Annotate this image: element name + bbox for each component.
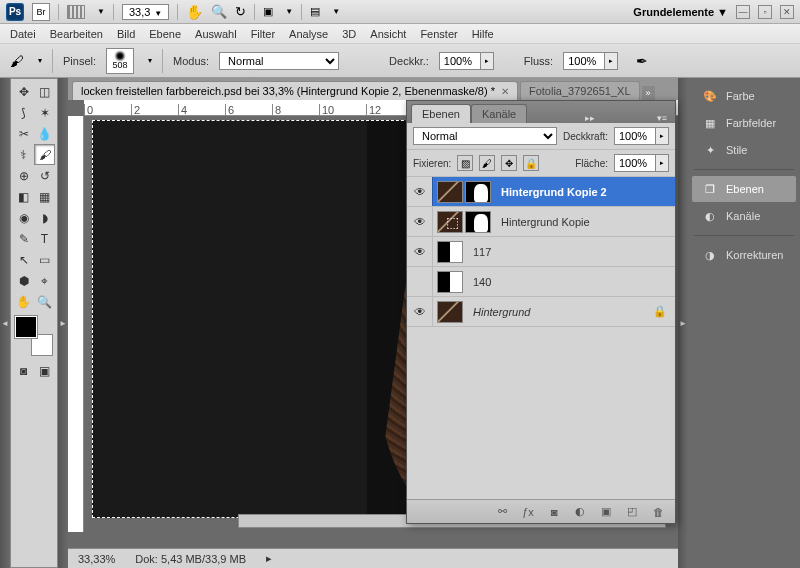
move-tool[interactable]: ✥ <box>13 81 34 102</box>
menu-filter[interactable]: Filter <box>251 28 275 40</box>
visibility-icon[interactable]: 👁 <box>407 207 433 236</box>
history-brush-tool[interactable]: ↺ <box>34 165 55 186</box>
new-adjustment-icon[interactable]: ◐ <box>571 504 589 520</box>
menu-fenster[interactable]: Fenster <box>420 28 457 40</box>
lasso-tool[interactable]: ⟆ <box>13 102 34 123</box>
menu-ebene[interactable]: Ebene <box>149 28 181 40</box>
panel-stile[interactable]: ✦Stile <box>692 137 796 163</box>
history-icon[interactable] <box>67 5 85 19</box>
maximize-button[interactable]: ▫ <box>758 5 772 19</box>
visibility-icon[interactable]: 👁 <box>407 237 433 266</box>
menu-analyse[interactable]: Analyse <box>289 28 328 40</box>
3d-tool[interactable]: ⬢ <box>13 270 34 291</box>
layer-name[interactable]: 117 <box>467 246 491 258</box>
color-swatches[interactable] <box>15 316 53 356</box>
gradient-tool[interactable]: ▦ <box>34 186 55 207</box>
layer-name[interactable]: Hintergrund Kopie <box>495 216 590 228</box>
collapse-bar[interactable]: ► <box>58 78 68 568</box>
stamp-tool[interactable]: ⊕ <box>13 165 34 186</box>
layer-row[interactable]: 140 <box>407 267 675 297</box>
brush-preview[interactable]: 508 <box>106 48 134 74</box>
flow-flyout[interactable]: ▸ <box>604 52 618 70</box>
zoom-tool[interactable]: 🔍 <box>34 291 55 312</box>
document-tab-inactive[interactable]: Fotolia_3792651_XL <box>520 81 640 100</box>
layer-thumbnail[interactable] <box>437 181 463 203</box>
layer-blend-mode-select[interactable]: Normal <box>413 127 557 145</box>
minimize-button[interactable]: — <box>736 5 750 19</box>
tab-overflow-icon[interactable]: » <box>642 86 655 100</box>
quick-select-tool[interactable]: ✶ <box>34 102 55 123</box>
tab-ebenen[interactable]: Ebenen <box>411 104 471 123</box>
zoom-tool-icon[interactable]: 🔍 <box>211 4 227 19</box>
eraser-tool[interactable]: ◧ <box>13 186 34 207</box>
menu-bearbeiten[interactable]: Bearbeiten <box>50 28 103 40</box>
brush-tool-icon[interactable]: 🖌 <box>10 53 24 69</box>
visibility-icon[interactable]: 👁 <box>407 297 433 326</box>
opacity-flyout[interactable]: ▸ <box>480 52 494 70</box>
layers-panel[interactable]: Ebenen Kanäle ▸▸ ▾≡ Normal Deckkraft: ▸ … <box>406 100 676 524</box>
panel-farbfelder[interactable]: ▦Farbfelder <box>692 110 796 136</box>
3d-camera-tool[interactable]: ⌖ <box>34 270 55 291</box>
menu-auswahl[interactable]: Auswahl <box>195 28 237 40</box>
hand-tool[interactable]: ✋ <box>13 291 34 312</box>
panel-korrekturen[interactable]: ◑Korrekturen <box>692 242 796 268</box>
brush-tool[interactable]: 🖌 <box>34 144 55 165</box>
link-layers-icon[interactable]: ⚯ <box>493 504 511 520</box>
status-doc-size[interactable]: Dok: 5,43 MB/33,9 MB <box>135 553 246 565</box>
quick-mask-icon[interactable]: ◙ <box>13 360 34 381</box>
photoshop-icon[interactable]: Ps <box>6 3 24 21</box>
panel-farbe[interactable]: 🎨Farbe <box>692 83 796 109</box>
collapse-right-icon[interactable]: ► <box>678 78 688 568</box>
layer-opacity-input[interactable] <box>614 127 656 145</box>
flow-input[interactable] <box>563 52 605 70</box>
blend-mode-select[interactable]: Normal <box>219 52 339 70</box>
lock-transparency-icon[interactable]: ▨ <box>457 155 473 171</box>
fill-flyout[interactable]: ▸ <box>655 154 669 172</box>
eyedropper-tool[interactable]: 💧 <box>34 123 55 144</box>
dodge-tool[interactable]: ◗ <box>34 207 55 228</box>
hand-tool-icon[interactable]: ✋ <box>186 4 203 20</box>
layer-thumbnail[interactable]: ⬚ <box>437 211 463 233</box>
opacity-input[interactable] <box>439 52 481 70</box>
tab-kanaele[interactable]: Kanäle <box>471 104 527 123</box>
healing-tool[interactable]: ⚕ <box>13 144 34 165</box>
visibility-icon[interactable] <box>407 267 433 296</box>
bridge-icon[interactable]: Br <box>32 3 50 21</box>
layer-fx-icon[interactable]: ƒx <box>519 504 537 520</box>
lock-all-icon[interactable]: 🔒 <box>523 155 539 171</box>
opacity-flyout[interactable]: ▸ <box>655 127 669 145</box>
layer-name[interactable]: 140 <box>467 276 491 288</box>
arrange-docs-icon[interactable]: ▤ <box>310 5 320 18</box>
lock-image-icon[interactable]: 🖌 <box>479 155 495 171</box>
menu-datei[interactable]: Datei <box>10 28 36 40</box>
blur-tool[interactable]: ◉ <box>13 207 34 228</box>
new-group-icon[interactable]: ▣ <box>597 504 615 520</box>
layer-fill-input[interactable] <box>614 154 656 172</box>
pen-tool[interactable]: ✎ <box>13 228 34 249</box>
screen-mode-icon[interactable]: ▣ <box>34 360 55 381</box>
screen-mode-icon[interactable]: ▣ <box>263 5 273 18</box>
document-tab-active[interactable]: locken freistellen farbbereich.psd bei 3… <box>72 81 518 100</box>
panel-kanaele[interactable]: ◐Kanäle <box>692 203 796 229</box>
panel-collapse-icon[interactable]: ▸▸ <box>581 113 599 123</box>
menu-hilfe[interactable]: Hilfe <box>472 28 494 40</box>
chevron-down-icon[interactable]: ▼ <box>97 7 105 16</box>
close-button[interactable]: ✕ <box>780 5 794 19</box>
layer-thumbnail[interactable] <box>437 301 463 323</box>
layer-name[interactable]: Hintergrund <box>467 306 530 318</box>
close-tab-icon[interactable]: ✕ <box>501 86 509 97</box>
chevron-down-icon[interactable]: ▾ <box>148 56 152 65</box>
airbrush-icon[interactable]: ✒ <box>636 53 648 69</box>
menu-ansicht[interactable]: Ansicht <box>370 28 406 40</box>
layer-row[interactable]: 👁 Hintergrund 🔒 <box>407 297 675 327</box>
rotate-view-icon[interactable]: ↻ <box>235 4 246 19</box>
delete-layer-icon[interactable]: 🗑 <box>649 504 667 520</box>
menu-bild[interactable]: Bild <box>117 28 135 40</box>
crop-tool[interactable]: ✂ <box>13 123 34 144</box>
path-select-tool[interactable]: ↖ <box>13 249 34 270</box>
adjustment-thumbnail[interactable] <box>437 271 463 293</box>
mask-thumbnail[interactable] <box>465 181 491 203</box>
mask-thumbnail[interactable] <box>465 211 491 233</box>
workspace-switcher[interactable]: Grundelemente ▼ <box>633 6 728 18</box>
status-zoom[interactable]: 33,33% <box>78 553 115 565</box>
